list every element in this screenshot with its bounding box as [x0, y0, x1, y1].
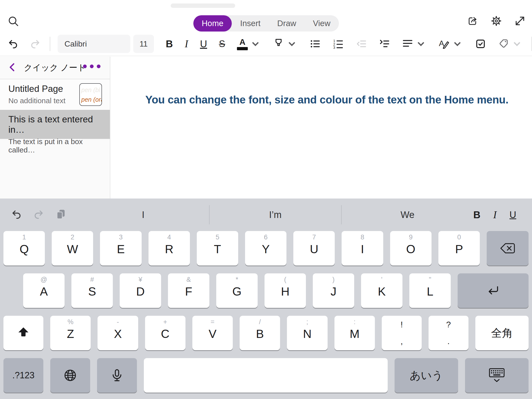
highlight-button[interactable] — [273, 38, 298, 50]
back-chevron-icon[interactable] — [6, 62, 19, 74]
key-m[interactable]: :M — [334, 316, 375, 350]
key-shift[interactable] — [3, 316, 43, 350]
key-exclamation-comma[interactable]: !, — [382, 316, 422, 350]
window-drag-handle[interactable] — [171, 3, 235, 8]
font-size-value: 11 — [139, 39, 148, 49]
alignment-button[interactable] — [402, 38, 427, 50]
key-c[interactable]: +C — [145, 316, 185, 350]
key-i[interactable]: 8I — [342, 231, 383, 266]
styles-button[interactable]: A — [438, 38, 463, 50]
key-h[interactable]: (H — [265, 273, 306, 308]
format-toolbar: Calibri 11 B I U S A 123 — [0, 32, 532, 56]
key-q[interactable]: 1Q — [3, 231, 45, 266]
bold-shortcut-button[interactable]: B — [473, 210, 481, 220]
key-main-label: Z — [50, 328, 91, 340]
key-v[interactable]: =V — [192, 316, 233, 350]
key-space[interactable] — [144, 358, 388, 393]
prediction-2[interactable]: I’m — [210, 199, 341, 231]
indent-button[interactable] — [379, 38, 390, 50]
bullet-list-button[interactable] — [309, 38, 321, 50]
redo-icon[interactable] — [33, 209, 44, 221]
key-l[interactable]: "L — [409, 273, 451, 308]
keyboard-row-2: @A#S¥D&F*G(H)J'K"L — [3, 273, 529, 308]
key-t[interactable]: 5T — [197, 231, 238, 266]
key-zenkaku[interactable]: 全角 — [475, 316, 529, 350]
tab-view[interactable]: View — [305, 15, 339, 32]
key-backspace[interactable] — [487, 231, 529, 266]
key-u[interactable]: 7U — [293, 231, 335, 266]
search-icon[interactable] — [7, 15, 20, 28]
underline-button[interactable]: U — [200, 39, 207, 49]
tag-icon — [498, 38, 509, 50]
italic-button[interactable]: I — [185, 39, 188, 49]
key-main-label: Q — [3, 243, 45, 255]
strikethrough-button[interactable]: S — [219, 39, 225, 49]
key-question-period[interactable]: ?. — [429, 316, 468, 350]
key-s[interactable]: #S — [71, 273, 113, 308]
underline-shortcut-button[interactable]: U — [510, 210, 516, 219]
key-y[interactable]: 6Y — [245, 231, 286, 266]
fullscreen-expand-icon[interactable] — [514, 15, 526, 28]
key-sub-label: 7 — [293, 234, 335, 241]
tag-button[interactable] — [498, 38, 523, 50]
undo-button[interactable] — [7, 38, 19, 50]
key-z[interactable]: %Z — [50, 316, 91, 350]
tab-draw[interactable]: Draw — [269, 15, 305, 32]
key-n[interactable]: ;N — [287, 316, 327, 350]
font-name-selector[interactable]: Calibri — [58, 35, 130, 53]
key-p[interactable]: 0P — [438, 231, 480, 266]
numbered-list-button[interactable]: 123 — [332, 38, 344, 50]
key-main-label: E — [100, 243, 141, 255]
key-x[interactable]: -X — [98, 316, 138, 350]
key-d[interactable]: ¥D — [120, 273, 161, 308]
key-e[interactable]: 3E — [100, 231, 141, 266]
toolbar-divider — [50, 37, 50, 51]
key-main-label: K — [361, 286, 402, 298]
settings-gear-icon[interactable] — [491, 15, 502, 28]
note-canvas[interactable]: You can change the font, size and colour… — [110, 57, 532, 199]
key-numbers[interactable]: .?123 — [3, 358, 43, 393]
key-kana[interactable]: あいう — [395, 358, 458, 393]
keyboard-row-3: %Z-X+C=V/B;N:M!,?.全角 — [3, 316, 529, 350]
key-g[interactable]: *G — [216, 273, 258, 308]
key-o[interactable]: 9O — [390, 231, 432, 266]
note-text[interactable]: You can change the font, size and colour… — [110, 57, 532, 106]
key-f[interactable]: &F — [168, 273, 209, 308]
font-size-selector[interactable]: 11 — [133, 35, 154, 53]
todo-checkbox-button[interactable] — [475, 38, 486, 50]
prediction-bar: I I’m We — [77, 199, 473, 231]
key-j[interactable]: )J — [313, 273, 354, 308]
text-color-button[interactable]: A — [237, 38, 261, 50]
key-r[interactable]: 4R — [149, 231, 190, 266]
highlighter-icon — [273, 38, 284, 50]
key-main-label: G — [216, 286, 258, 298]
key-return[interactable] — [458, 273, 529, 308]
font-name-value: Calibri — [65, 39, 87, 49]
key-globe[interactable] — [50, 358, 90, 393]
more-options-icon[interactable] — [83, 65, 100, 68]
page-list-item[interactable]: Untitled Page No additional text pen (bl… — [0, 79, 110, 110]
prediction-1[interactable]: I — [77, 199, 209, 231]
key-main-label: U — [293, 243, 335, 255]
key-dismiss-keyboard[interactable] — [465, 358, 529, 393]
key-main-label: N — [287, 328, 327, 340]
key-mic[interactable] — [97, 358, 137, 393]
key-w[interactable]: 2W — [52, 231, 93, 266]
redo-button[interactable] — [30, 38, 41, 50]
share-icon[interactable] — [467, 15, 478, 28]
page-list-item-selected[interactable]: This is a text entered in… The text is p… — [0, 110, 110, 139]
outdent-button[interactable] — [356, 38, 367, 50]
key-sub-label: # — [71, 276, 113, 283]
prediction-3[interactable]: We — [342, 199, 473, 231]
key-b[interactable]: /B — [240, 316, 280, 350]
key-k[interactable]: 'K — [361, 273, 402, 308]
key-a[interactable]: @A — [23, 273, 65, 308]
italic-shortcut-button[interactable]: I — [493, 210, 497, 220]
tab-home[interactable]: Home — [193, 15, 232, 32]
key-sub-label: = — [192, 319, 233, 325]
tab-insert[interactable]: Insert — [232, 15, 269, 32]
bold-button[interactable]: B — [166, 39, 173, 49]
undo-icon[interactable] — [11, 209, 22, 221]
page-subtitle: The text is put in a box called… — [8, 137, 110, 154]
paste-clipboard-icon[interactable] — [55, 209, 66, 221]
